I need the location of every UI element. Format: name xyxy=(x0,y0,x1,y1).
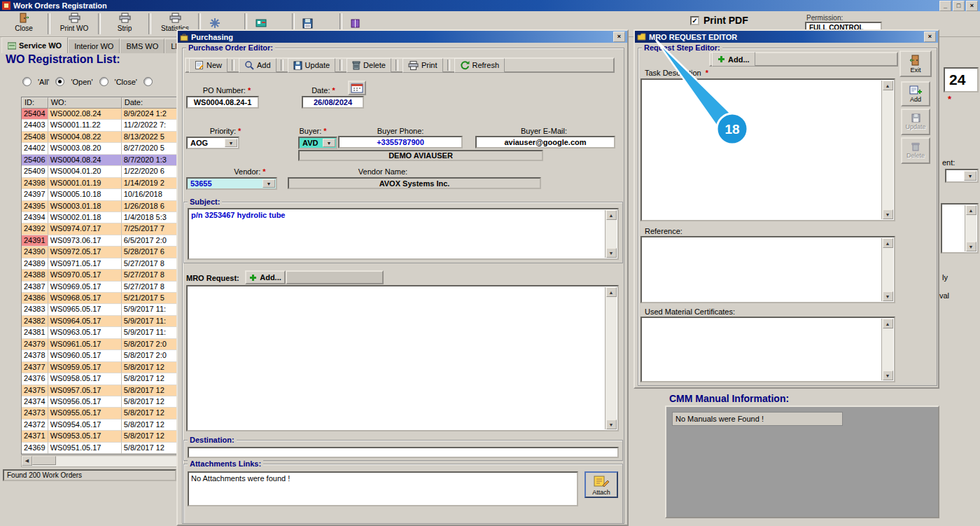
buyer-email-field[interactable]: aviauser@google.com xyxy=(475,136,615,148)
mro-add-button[interactable]: Add... xyxy=(245,270,286,284)
table-row[interactable]: 24398WS0001.01.191/14/2019 2 xyxy=(22,178,178,189)
close-mro-editor-button[interactable]: × xyxy=(924,32,936,42)
calendar-button[interactable] xyxy=(348,81,366,95)
table-row[interactable]: 24377WS0959.05.175/8/2017 12 xyxy=(22,362,178,373)
exit-button[interactable]: Exit xyxy=(899,50,932,77)
table-row[interactable]: 24371WS0953.05.175/8/2017 12 xyxy=(22,431,178,442)
header-date[interactable]: Date: xyxy=(122,97,178,109)
table-row[interactable]: 24389WS0971.05.175/27/2017 8 xyxy=(22,258,178,270)
scrollbar[interactable]: ▲ ▼ xyxy=(605,287,617,429)
scroll-down-icon[interactable]: ▼ xyxy=(966,242,976,251)
close-window-button[interactable]: × xyxy=(966,1,978,11)
radio-close[interactable] xyxy=(99,77,108,86)
table-row[interactable]: 24386WS0968.05.175/21/2017 5 xyxy=(22,293,178,304)
add-button[interactable]: Add xyxy=(239,58,276,73)
table-row[interactable]: 24394WS0002.01.181/4/2018 5:3 xyxy=(22,212,178,223)
side-delete-button[interactable]: Delete xyxy=(901,137,930,164)
table-row[interactable]: 25406WS0004.08.248/7/2020 1:3 xyxy=(22,155,178,166)
print-button[interactable]: Print xyxy=(402,58,443,73)
dropdown-arrow-icon[interactable]: ▼ xyxy=(225,139,237,147)
print-wo-button[interactable]: Print WO xyxy=(50,12,98,36)
scroll-up-icon[interactable]: ▲ xyxy=(606,287,617,297)
buyer-phone-field[interactable]: +3355787900 xyxy=(338,136,463,148)
table-row[interactable]: 24390WS0972.05.175/28/2017 6 xyxy=(22,247,178,258)
scroll-down-icon[interactable]: ▼ xyxy=(883,371,893,380)
side-update-button[interactable]: Update xyxy=(901,109,930,135)
scroll-up-icon[interactable]: ▲ xyxy=(883,319,893,328)
po-number-field[interactable]: WS0004.08.24-1 xyxy=(186,96,259,109)
attach-button[interactable]: Attach xyxy=(584,471,618,498)
minimize-button[interactable]: _ xyxy=(939,1,951,11)
scrollbar[interactable]: ▲ ▼ xyxy=(881,319,893,380)
table-row[interactable]: 24373WS0955.05.175/8/2017 12 xyxy=(22,408,178,419)
scroll-up-icon[interactable]: ▲ xyxy=(883,81,893,90)
table-row[interactable]: 24378WS0960.05.175/8/2017 2:0 xyxy=(22,350,178,361)
refresh-button[interactable]: Refresh xyxy=(454,58,505,73)
table-row[interactable]: 24387WS0969.05.175/27/2017 8 xyxy=(22,282,178,293)
cmm-empty-item[interactable]: No Manuals were Found ! xyxy=(672,412,843,426)
close-wo-button[interactable]: Close xyxy=(0,12,48,36)
table-row[interactable]: 24403WS0001.11.2211/2/2022 7: xyxy=(22,120,178,131)
scrollbar[interactable]: ▲ ▼ xyxy=(881,81,893,219)
header-id[interactable]: ID: xyxy=(22,97,48,109)
mro-request-list[interactable]: ▲ ▼ xyxy=(186,285,619,431)
scroll-down-icon[interactable]: ▼ xyxy=(606,248,617,258)
table-row[interactable]: 25409WS0004.01.201/22/2020 6 xyxy=(22,166,178,177)
vendor-dropdown[interactable]: 53655 ▼ xyxy=(186,177,277,190)
buyer-dropdown[interactable]: AVD ▼ xyxy=(298,137,337,149)
mro-editor-titlebar[interactable]: MRO REQUEST EDITOR × xyxy=(635,31,938,43)
table-row[interactable]: 24395WS0003.01.181/26/2018 6 xyxy=(22,201,178,212)
update-button[interactable]: Update xyxy=(288,58,335,73)
scroll-down-icon[interactable]: ▼ xyxy=(883,291,893,301)
tab-service-wo[interactable]: Service WO xyxy=(1,37,68,53)
new-button[interactable]: New xyxy=(189,58,227,73)
scroll-down-icon[interactable]: ▼ xyxy=(606,420,617,429)
dropdown-arrow-icon[interactable]: ▼ xyxy=(262,179,275,188)
print-pdf-option[interactable]: ✓ Print PDF xyxy=(690,15,748,26)
subject-textarea[interactable]: p/n 3253467 hydrolic tube ▲ ▼ xyxy=(188,208,619,260)
purchasing-titlebar[interactable]: Purchasing × xyxy=(178,31,627,43)
header-wo[interactable]: WO: xyxy=(48,97,122,109)
attachments-list[interactable]: No Attachments were found ! xyxy=(188,471,578,506)
table-row[interactable]: 24392WS0974.07.177/25/2017 7 xyxy=(22,223,178,235)
hscroll-thumb[interactable] xyxy=(32,456,56,465)
delete-button[interactable]: Delete xyxy=(346,58,391,73)
table-row[interactable]: 25408WS0004.08.228/13/2022 5 xyxy=(22,132,178,143)
scrollbar[interactable]: ▲ ▼ xyxy=(605,210,617,258)
scroll-left-icon[interactable]: ◀ xyxy=(22,456,32,466)
scroll-up-icon[interactable]: ▲ xyxy=(883,238,893,248)
table-row[interactable]: 24383WS0965.05.175/9/2017 11: xyxy=(22,304,178,315)
dropdown-arrow-icon[interactable]: ▼ xyxy=(964,171,976,181)
date-field[interactable]: 26/08/2024 xyxy=(302,96,364,109)
scrollbar[interactable]: ▲ ▼ xyxy=(881,238,893,301)
table-row[interactable]: 24381WS0963.05.175/9/2017 11: xyxy=(22,327,178,338)
table-row[interactable]: 24382WS0964.05.175/9/2017 11: xyxy=(22,316,178,327)
strip-button[interactable]: Strip xyxy=(101,12,148,36)
scrollbar[interactable]: ▲ ▼ xyxy=(965,205,976,251)
radio-open[interactable] xyxy=(55,77,64,86)
table-row[interactable]: 24391WS0973.06.176/5/2017 2:0 xyxy=(22,235,178,247)
table-row[interactable]: 24402WS0003.08.208/27/2020 5 xyxy=(22,143,178,154)
table-row[interactable]: 24369WS0951.05.175/8/2017 12 xyxy=(22,443,178,454)
table-row[interactable]: 24388WS0970.05.175/27/2017 8 xyxy=(22,270,178,281)
table-row[interactable]: 24379WS0961.05.175/8/2017 2:0 xyxy=(22,339,178,350)
step-add-button[interactable]: Add... xyxy=(712,52,755,67)
dropdown-arrow-icon[interactable]: ▼ xyxy=(323,139,335,147)
close-purchasing-button[interactable]: × xyxy=(613,32,625,42)
table-row[interactable]: 24376WS0958.05.175/8/2017 12 xyxy=(22,373,178,385)
scroll-up-icon[interactable]: ▲ xyxy=(966,205,976,215)
certificates-textarea[interactable]: ▲ ▼ xyxy=(640,317,895,382)
radio-other[interactable] xyxy=(144,77,153,86)
priority-dropdown[interactable]: AOG ▼ xyxy=(186,137,239,149)
wo-table-hscrollbar[interactable]: ◀ xyxy=(21,455,181,467)
print-pdf-checkbox[interactable]: ✓ xyxy=(690,16,699,25)
tab-interior-wo[interactable]: Interior WO xyxy=(68,39,120,53)
tab-bms-wo[interactable]: BMS WO xyxy=(120,39,164,53)
destination-field[interactable] xyxy=(188,447,619,458)
dropdown-fragment[interactable]: ▼ xyxy=(945,169,979,183)
reference-textarea[interactable]: ▲ ▼ xyxy=(640,236,895,303)
radio-all[interactable] xyxy=(22,77,31,86)
side-add-button[interactable]: Add xyxy=(901,81,930,106)
table-row[interactable]: 24375WS0957.05.175/8/2017 12 xyxy=(22,385,178,396)
scroll-down-icon[interactable]: ▼ xyxy=(883,209,893,219)
